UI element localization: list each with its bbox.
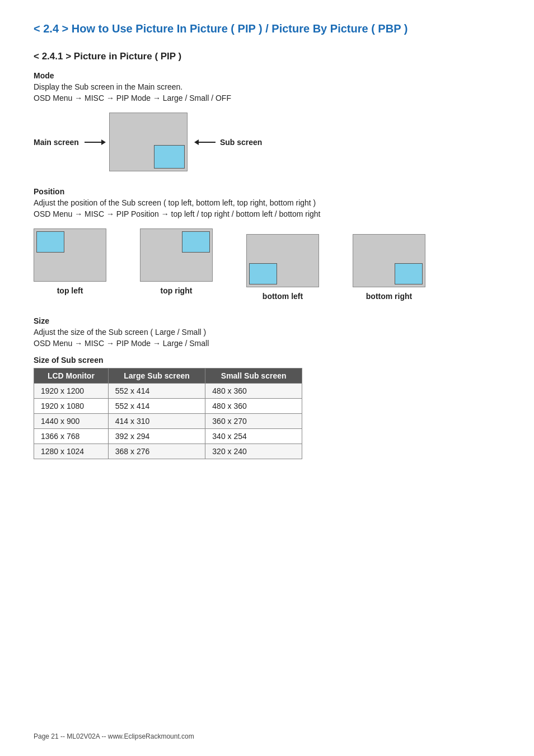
table-cell: 1920 x 1080 — [34, 399, 109, 414]
pos-sub-top-left — [36, 231, 64, 253]
size-table: LCD Monitor Large Sub screen Small Sub s… — [34, 368, 302, 459]
footer: Page 21 -- ML02V02A -- www.EclipseRackmo… — [34, 732, 194, 740]
pos-label-top-left: top left — [57, 286, 83, 295]
col-header-large: Large Sub screen — [108, 368, 205, 384]
position-label: Position — [34, 187, 500, 196]
page-title: < 2.4 > How to Use Picture In Picture ( … — [34, 22, 500, 35]
diagram-bottom-right: bottom right — [353, 234, 425, 301]
position-line2: OSD Menu → MISC → PIP Position → top lef… — [34, 209, 500, 218]
pos-box-bottom-left — [246, 234, 319, 287]
sub-screen-arrow-head-left — [194, 139, 199, 145]
table-cell: 480 x 360 — [205, 384, 302, 399]
table-cell: 392 x 294 — [108, 429, 205, 444]
mode-line2: OSD Menu → MISC → PIP Mode → Large / Sma… — [34, 94, 500, 102]
table-row: 1366 x 768392 x 294340 x 254 — [34, 429, 302, 444]
section-2-4-1-title: < 2.4.1 > Picture in Picture ( PIP ) — [34, 51, 500, 62]
position-diagrams: top left top right bottom left bottom ri… — [34, 228, 500, 301]
table-cell: 360 x 270 — [205, 414, 302, 429]
table-cell: 1920 x 1200 — [34, 384, 109, 399]
mode-line1: Display the Sub screen in the Main scree… — [34, 82, 500, 91]
size-table-label: Size of Sub screen — [34, 356, 500, 365]
pos-label-bottom-right: bottom right — [366, 292, 412, 301]
pip-diagram-area: Main screen Sub screen — [34, 113, 500, 171]
table-row: 1280 x 1024368 x 276320 x 240 — [34, 444, 302, 459]
main-screen-box — [109, 113, 188, 171]
size-label: Size — [34, 316, 500, 325]
table-cell: 340 x 254 — [205, 429, 302, 444]
main-screen-arrow — [85, 139, 106, 145]
position-line1: Adjust the position of the Sub screen ( … — [34, 198, 500, 207]
table-cell: 414 x 310 — [108, 414, 205, 429]
diagram-top-left: top left — [34, 228, 106, 301]
sub-screen-label: Sub screen — [220, 138, 262, 147]
table-cell: 1440 x 900 — [34, 414, 109, 429]
table-cell: 552 x 414 — [108, 384, 205, 399]
pos-box-top-right — [140, 228, 213, 282]
col-header-small: Small Sub screen — [205, 368, 302, 384]
table-cell: 552 x 414 — [108, 399, 205, 414]
size-line1: Adjust the size of the Sub screen ( Larg… — [34, 328, 500, 337]
pos-box-bottom-right — [353, 234, 425, 287]
diagram-top-right: top right — [140, 228, 213, 301]
pos-label-bottom-left: bottom left — [263, 292, 303, 301]
table-row: 1920 x 1200552 x 414480 x 360 — [34, 384, 302, 399]
size-line2: OSD Menu → MISC → PIP Mode → Large / Sma… — [34, 339, 500, 348]
col-header-lcd: LCD Monitor — [34, 368, 109, 384]
table-cell: 480 x 360 — [205, 399, 302, 414]
sub-screen-box — [154, 145, 185, 169]
arrow-line — [85, 142, 101, 143]
pos-sub-bottom-right — [395, 263, 423, 284]
table-cell: 320 x 240 — [205, 444, 302, 459]
arrow-head — [101, 139, 106, 145]
table-row: 1920 x 1080552 x 414480 x 360 — [34, 399, 302, 414]
mode-label: Mode — [34, 71, 500, 80]
table-cell: 368 x 276 — [108, 444, 205, 459]
table-row: 1440 x 900414 x 310360 x 270 — [34, 414, 302, 429]
main-screen-label: Main screen — [34, 138, 79, 147]
pos-box-top-left — [34, 228, 106, 282]
table-cell: 1366 x 768 — [34, 429, 109, 444]
table-cell: 1280 x 1024 — [34, 444, 109, 459]
sub-screen-arrow-line — [199, 142, 216, 143]
diagram-bottom-left: bottom left — [246, 234, 319, 301]
pos-sub-top-right — [182, 231, 210, 253]
pos-sub-bottom-left — [249, 263, 277, 284]
size-section: Size Adjust the size of the Sub screen (… — [34, 316, 500, 459]
sub-screen-label-area: Sub screen — [194, 138, 262, 147]
pos-label-top-right: top right — [161, 286, 193, 295]
